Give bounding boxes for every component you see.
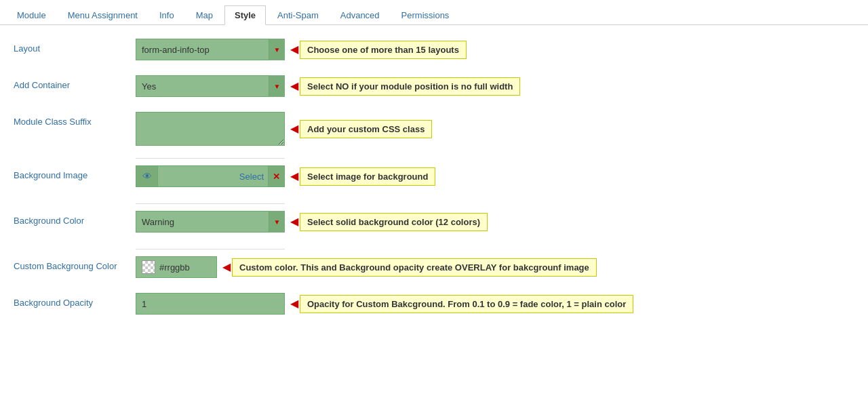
module-class-suffix-tooltip-wrap: ◀ Add your custom CSS class <box>290 120 432 138</box>
background-opacity-tooltip-wrap: ◀ Opacity for Custom Bakcground. From 0.… <box>290 295 633 313</box>
module-class-suffix-tooltip: Add your custom CSS class <box>300 120 432 138</box>
custom-bg-color-field[interactable]: #rrggbb <box>136 256 217 278</box>
divider-2 <box>136 203 285 204</box>
module-class-suffix-textarea[interactable] <box>136 112 285 146</box>
tab-style[interactable]: Style <box>224 5 266 25</box>
background-image-row: Background Image 👁 Select ✕ ◀ Select ima… <box>14 165 854 190</box>
background-color-tooltip-wrap: ◀ Select solid background color (12 colo… <box>290 213 488 231</box>
background-opacity-tooltip: Opacity for Custom Bakcground. From 0.1 … <box>300 295 633 313</box>
custom-bg-color-tooltip: Custom color. This and Background opacit… <box>232 258 597 277</box>
module-class-suffix-row: Module Class Suffix ◀ Add your custom CS… <box>14 112 854 146</box>
background-color-row: Background Color Warning Default Primary… <box>14 211 854 235</box>
custom-bg-color-control: #rrggbb ◀ Custom color. This and Backgro… <box>136 256 854 278</box>
tab-map[interactable]: Map <box>186 5 223 24</box>
background-color-label: Background Color <box>14 211 136 226</box>
background-opacity-arrow-icon: ◀ <box>290 298 298 309</box>
layout-row: Layout form-and-info-top form-only info-… <box>14 39 854 63</box>
layout-select-wrapper: form-and-info-top form-only info-top sid… <box>136 39 285 60</box>
background-image-tooltip-wrap: ◀ Select image for background <box>290 167 435 186</box>
custom-bg-color-arrow-icon: ◀ <box>222 262 231 273</box>
add-container-label: Add Container <box>14 75 136 90</box>
background-opacity-row: Background Opacity ◀ Opacity for Custom … <box>14 293 854 317</box>
add-container-arrow-icon2: ◀ <box>290 81 298 92</box>
custom-bg-color-value: #rrggbb <box>159 262 190 273</box>
custom-bg-color-row: Custom Backgroung Color #rrggbb ◀ Custom… <box>14 256 854 281</box>
background-image-field: 👁 Select ✕ <box>136 165 285 187</box>
custom-bg-color-label: Custom Backgroung Color <box>14 256 136 271</box>
background-color-arrow-icon2: ◀ <box>290 216 298 227</box>
divider-1 <box>136 158 285 159</box>
color-swatch-icon <box>142 260 155 274</box>
tab-bar: Module Menu Assignment Info Map Style An… <box>0 0 868 25</box>
layout-label: Layout <box>14 39 136 54</box>
layout-control: form-and-info-top form-only info-top sid… <box>136 39 854 60</box>
background-color-tooltip: Select solid background color (12 colors… <box>300 213 488 231</box>
tab-advanced[interactable]: Advanced <box>330 5 390 24</box>
background-image-label: Background Image <box>14 165 136 180</box>
divider-3 <box>136 249 285 249</box>
background-image-clear-button[interactable]: ✕ <box>268 166 284 186</box>
add-container-row: Add Container Yes No ▼ ◀ Select NO if yo… <box>14 75 854 100</box>
background-color-select[interactable]: Warning Default Primary Success Danger I… <box>136 211 285 233</box>
custom-bg-color-tooltip-wrap: ◀ Custom color. This and Background opac… <box>222 258 597 277</box>
tab-info[interactable]: Info <box>149 5 184 24</box>
module-class-suffix-arrow-icon: ◀ <box>290 123 298 134</box>
add-container-tooltip-wrap: ◀ Select NO if your module position is n… <box>290 77 520 96</box>
add-container-tooltip: Select NO if your module position is no … <box>300 77 520 96</box>
add-container-control: Yes No ▼ ◀ Select NO if your module posi… <box>136 75 854 97</box>
module-class-suffix-label: Module Class Suffix <box>14 112 136 127</box>
layout-select[interactable]: form-and-info-top form-only info-top sid… <box>136 39 285 60</box>
background-image-select-button[interactable]: Select <box>235 172 268 182</box>
add-container-select-wrapper: Yes No ▼ <box>136 75 285 97</box>
background-color-select-wrapper: Warning Default Primary Success Danger I… <box>136 211 285 233</box>
background-image-arrow-icon: ◀ <box>290 171 298 182</box>
background-opacity-label: Background Opacity <box>14 293 136 308</box>
style-tab-content: Layout form-and-info-top form-only info-… <box>0 25 868 343</box>
tab-anti-spam[interactable]: Anti-Spam <box>267 5 329 24</box>
layout-tooltip-wrap: ◀ Choose one of more than 15 layouts <box>290 41 467 59</box>
background-image-tooltip: Select image for background <box>300 167 435 186</box>
module-class-suffix-control: ◀ Add your custom CSS class <box>136 112 854 146</box>
tab-menu-assignment[interactable]: Menu Assignment <box>58 5 148 24</box>
background-opacity-input[interactable] <box>136 293 285 315</box>
background-image-eye-icon[interactable]: 👁 <box>136 166 158 186</box>
background-color-control: Warning Default Primary Success Danger I… <box>136 211 854 233</box>
tab-permissions[interactable]: Permissions <box>391 5 460 24</box>
tab-module[interactable]: Module <box>7 5 56 24</box>
background-opacity-control: ◀ Opacity for Custom Bakcground. From 0.… <box>136 293 854 315</box>
layout-tooltip: Choose one of more than 15 layouts <box>300 41 467 59</box>
layout-arrow-icon: ◀ <box>290 44 298 55</box>
background-image-control: 👁 Select ✕ ◀ Select image for background <box>136 165 854 187</box>
add-container-select[interactable]: Yes No <box>136 75 285 97</box>
